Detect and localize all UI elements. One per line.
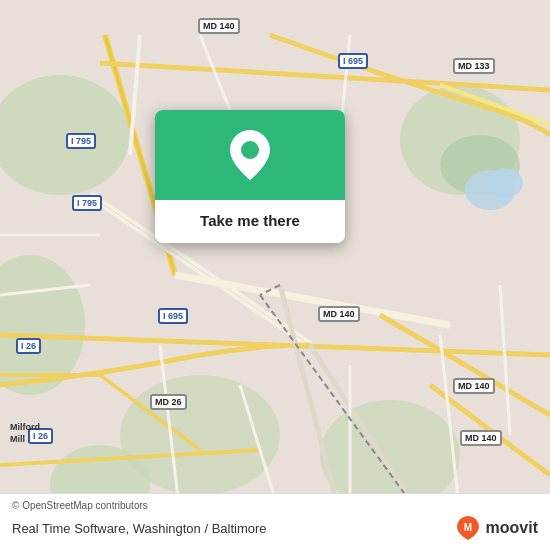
take-me-there-button[interactable]: Take me there bbox=[196, 210, 304, 231]
badge-i26-top: I 26 bbox=[16, 338, 41, 354]
bottom-bar: © OpenStreetMap contributors Real Time S… bbox=[0, 493, 550, 550]
popup-card: Take me there bbox=[155, 110, 345, 243]
app-title: Real Time Software, Washington / Baltimo… bbox=[12, 521, 267, 536]
badge-md133: MD 133 bbox=[453, 58, 495, 74]
badge-md140-right: MD 140 bbox=[453, 378, 495, 394]
svg-point-10 bbox=[487, 168, 523, 198]
moovit-icon: M bbox=[454, 514, 482, 542]
badge-md140-br: MD 140 bbox=[460, 430, 502, 446]
badge-md26: MD 26 bbox=[150, 394, 187, 410]
popup-card-body: Take me there bbox=[155, 200, 345, 243]
badge-i695-bottom: I 695 bbox=[158, 308, 188, 324]
moovit-text: moovit bbox=[486, 519, 538, 537]
copyright-text: © OpenStreetMap contributors bbox=[12, 500, 538, 511]
badge-md140-top: MD 140 bbox=[198, 18, 240, 34]
place-milford-mill: MilfordMill bbox=[10, 422, 40, 445]
badge-i695-top: I 695 bbox=[338, 53, 368, 69]
svg-text:M: M bbox=[463, 522, 471, 533]
map-container: MD 140 I 695 MD 133 I 795 I 795 I 695 MD… bbox=[0, 0, 550, 550]
badge-md140-mid: MD 140 bbox=[318, 306, 360, 322]
map-svg bbox=[0, 0, 550, 550]
location-pin-icon bbox=[228, 128, 272, 182]
badge-i795-lower: I 795 bbox=[72, 195, 102, 211]
moovit-logo: M moovit bbox=[454, 514, 538, 542]
svg-point-38 bbox=[241, 141, 259, 159]
badge-i795-upper: I 795 bbox=[66, 133, 96, 149]
popup-card-header bbox=[155, 110, 345, 200]
